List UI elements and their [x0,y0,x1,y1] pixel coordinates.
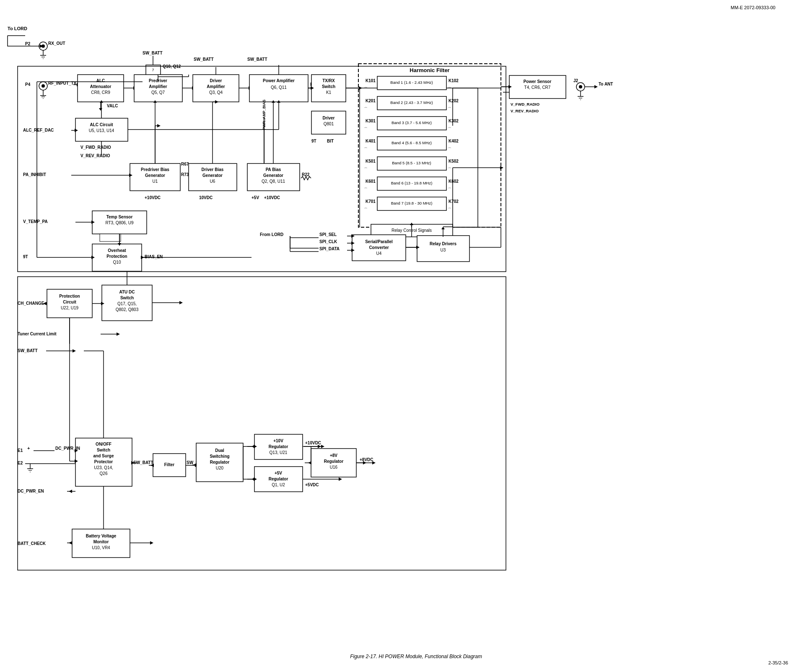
svg-text:Regulator: Regulator [324,459,344,464]
svg-text:⌒: ⌒ [364,147,368,151]
svg-text:Generator: Generator [145,173,165,178]
svg-text:Band 7 (19.8 - 30 MHz): Band 7 (19.8 - 30 MHz) [391,201,433,205]
svg-text:+5VDC: +5VDC [305,483,319,487]
svg-text:ALC Circuit: ALC Circuit [90,122,114,127]
svg-text:K401: K401 [366,139,376,143]
svg-text:CH_CHANGE: CH_CHANGE [18,301,44,306]
svg-text:Q1, U2: Q1, U2 [272,483,285,487]
svg-text:K201: K201 [366,99,376,103]
svg-text:⌒: ⌒ [364,187,368,192]
svg-text:RX_OUT: RX_OUT [48,41,65,46]
svg-text:Q2, Q8, U11: Q2, Q8, U11 [262,179,285,184]
svg-text:V_REV_RADIO: V_REV_RADIO [80,153,110,158]
svg-text:U16: U16 [330,465,338,470]
svg-text:Protector: Protector [94,459,113,464]
svg-text:V_FWD_RADIO: V_FWD_RADIO [511,102,539,106]
svg-text:E1: E1 [18,448,23,453]
svg-text:Temp Sensor: Temp Sensor [106,215,133,219]
svg-text:Driver: Driver [210,78,222,83]
svg-text:BIAS_EN: BIAS_EN [145,254,163,259]
svg-text:⌒: ⌒ [364,208,368,212]
svg-text:K701: K701 [366,199,376,204]
svg-text:U4: U4 [376,251,382,256]
svg-text:⌒: ⌒ [364,107,368,111]
svg-text:U6: U6 [210,179,215,184]
svg-text:10VDC: 10VDC [199,195,213,200]
svg-text:Circuit: Circuit [63,300,76,304]
svg-text:Relay Drivers: Relay Drivers [430,241,456,246]
svg-text:K101: K101 [366,78,376,83]
svg-text:9T: 9T [311,139,316,143]
svg-text:SPI_SEL: SPI_SEL [319,232,337,237]
svg-text:U20: U20 [216,466,224,470]
svg-text:Monitor: Monitor [93,540,109,544]
svg-text:ALC: ALC [96,78,105,83]
svg-text:Driver Bias: Driver Bias [202,167,224,172]
svg-text:⌒: ⌒ [448,167,451,171]
svg-text:Switch: Switch [97,448,110,452]
page-ref: 2-35/2-36 [768,660,788,665]
svg-text:9T: 9T [23,254,28,259]
svg-text:Filter: Filter [164,462,175,467]
svg-rect-204 [100,234,121,241]
svg-text:Regulator: Regulator [269,477,288,481]
svg-text:Q802, Q803: Q802, Q803 [116,307,139,312]
svg-text:Q801: Q801 [324,122,334,126]
svg-text:U5, U13, U14: U5, U13, U14 [89,128,114,133]
svg-text:+8V: +8V [330,453,337,458]
svg-text:Protection: Protection [59,294,80,298]
svg-text:J2: J2 [573,78,578,83]
svg-text:Protection: Protection [106,254,127,259]
doc-number: MM-E 2072-09333-00 [731,5,775,10]
svg-text:K302: K302 [449,119,459,123]
svg-text:+10VDC: +10VDC [305,441,321,445]
svg-point-5 [41,44,45,48]
svg-text:K402: K402 [449,139,459,143]
svg-text:Band 6 (13 - 19.8 MHz): Band 6 (13 - 19.8 MHz) [391,181,433,185]
svg-text:ALC_REF_DAC: ALC_REF_DAC [23,128,54,132]
svg-text:⌒: ⌒ [448,147,451,151]
svg-text:Battery Voltage: Battery Voltage [86,534,117,538]
svg-text:Q5, Q7: Q5, Q7 [151,90,165,95]
svg-text:V_REV_RADIO: V_REV_RADIO [511,109,539,113]
svg-text:⌒: ⌒ [448,127,451,131]
svg-text:PA Bias: PA Bias [266,167,281,172]
svg-text:SW_BATT: SW_BATT [18,348,38,353]
svg-text:Generator: Generator [202,173,223,178]
svg-text:Q13, U21: Q13, U21 [270,450,288,455]
svg-text:P4: P4 [25,82,31,87]
svg-text:Switching: Switching [210,454,229,459]
svg-text:Amplifier: Amplifier [149,84,167,89]
svg-text:Switch: Switch [322,84,335,89]
svg-text:PA_INHIBIT: PA_INHIBIT [23,172,46,177]
svg-text:SPI_CLK: SPI_CLK [319,239,337,244]
svg-text:To ANT: To ANT [599,82,613,86]
svg-text:K702: K702 [449,199,459,204]
svg-text:⌒: ⌒ [364,167,368,171]
svg-text:Q17, Q15,: Q17, Q15, [117,301,137,306]
svg-text:Band 4 (5.6 - 8.5 MHz): Band 4 (5.6 - 8.5 MHz) [392,140,432,145]
svg-text:Band 5 (8.5 - 13 MHz): Band 5 (8.5 - 13 MHz) [392,161,431,165]
svg-text:+8VDC: +8VDC [360,457,373,462]
svg-text:Amplifier: Amplifier [207,84,225,89]
svg-text:BATT_CHECK: BATT_CHECK [18,541,46,546]
svg-point-24 [41,84,45,88]
to-lord-label: To LORD [8,26,27,31]
svg-text:ON/OFF: ON/OFF [96,442,111,446]
svg-text:Harmonic Filter: Harmonic Filter [410,67,449,73]
svg-text:K202: K202 [449,99,459,103]
svg-text:K102: K102 [449,78,459,83]
svg-text:V_TEMP_PA: V_TEMP_PA [23,219,48,224]
svg-text:Q3, Q4: Q3, Q4 [209,90,223,95]
svg-text:⌒: ⌒ [448,107,451,111]
svg-text:VALC: VALC [107,104,118,108]
svg-text:U22, U19: U22, U19 [61,306,79,310]
svg-text:Attenuator: Attenuator [90,84,111,89]
svg-text:+10VDC: +10VDC [145,195,161,200]
svg-text:Band 2 (2.43 - 3.7 MHz): Band 2 (2.43 - 3.7 MHz) [390,100,433,105]
svg-text:K301: K301 [366,119,376,123]
svg-text:U23, Q14,: U23, Q14, [94,465,113,470]
page: MM-E 2072-09333-00 To LORD P2 RX_OUT SW_… [0,0,796,672]
svg-text:V_FWD_RADIO: V_FWD_RADIO [80,145,111,150]
svg-text:⌒: ⌒ [448,87,451,91]
